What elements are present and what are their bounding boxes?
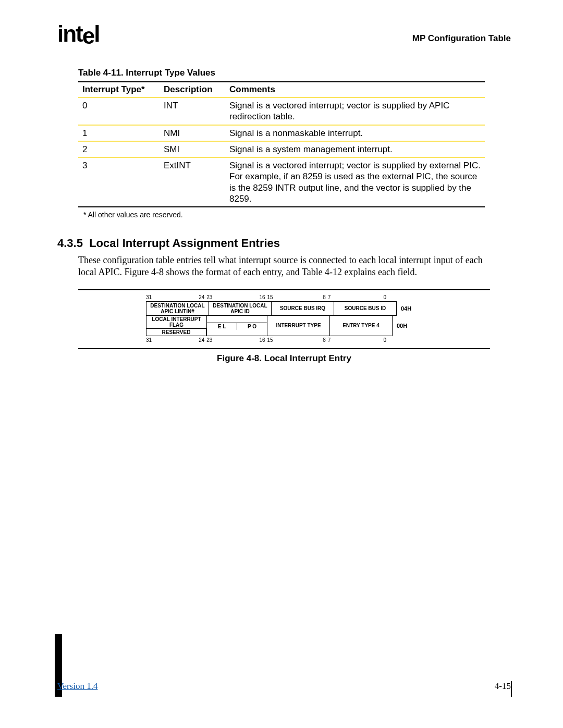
version-link[interactable]: Version 1.4 [57,681,97,692]
table-row: 3 ExtINT Signal is a vectored interrupt;… [78,157,485,207]
table-row: 1 NMI Signal is a nonmaskable interrupt. [78,125,485,141]
table-row: 2 SMI Signal is a system management inte… [78,141,485,157]
bit-ruler-top: 31 24 23 16 15 8 7 0 [146,294,386,300]
figure-row-00h: LOCAL INTERRUPT FLAG RESERVED E L P O IN… [146,316,490,336]
page-number: 4-15 [495,681,511,692]
table-row: 0 INT Signal is a vectored interrupt; ve… [78,97,485,125]
table-header: Description [160,82,225,97]
figure-caption: Figure 4-8. Local Interrupt Entry [78,353,490,364]
table-footnote: * All other values are reserved. [83,211,511,219]
figure-row-04h: DESTINATION LOCAL APIC LINTIN# DESTINATI… [146,301,490,316]
bit-ruler-bottom: 31 24 23 16 15 8 7 0 [146,337,386,343]
page-edge-mark [511,681,512,697]
section-body: These configuration table entries tell w… [78,254,495,279]
section-heading: 4.3.5 Local Interrupt Assignment Entries [57,237,511,250]
table-header: Comments [225,82,485,97]
interrupt-type-table: Interrupt Type* Description Comments 0 I… [78,81,485,207]
table-caption: Table 4-11. Interrupt Type Values [78,68,511,78]
table-header: Interrupt Type* [78,82,160,97]
section-header: MP Configuration Table [412,33,511,47]
figure-4-8: 31 24 23 16 15 8 7 0 DESTINATION LOCAL A… [78,289,490,364]
intel-logo: intel [57,21,99,47]
